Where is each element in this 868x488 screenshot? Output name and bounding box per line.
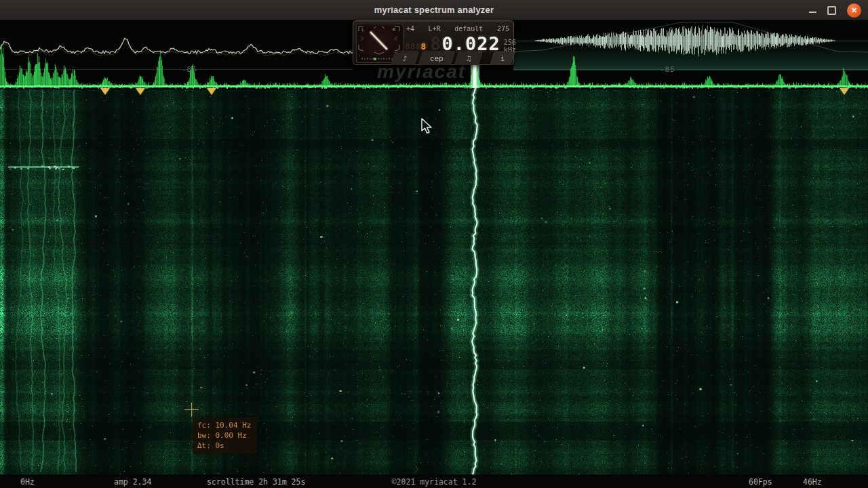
channel-readout[interactable]: L+R xyxy=(429,25,441,33)
music-tab[interactable]: ♫ xyxy=(454,52,483,65)
tooltip-fc: fc: 10.04 Hz xyxy=(197,420,251,430)
status-fps: 60Fps xyxy=(749,477,772,487)
statusbar: 0Hz amp 2.34 scrolltime 2h 31m 25s ©2021… xyxy=(0,474,868,488)
db-gridline-label-right: -85 xyxy=(660,65,675,74)
gonio-left-label: L xyxy=(361,27,364,33)
maximize-icon[interactable] xyxy=(827,6,836,15)
panel-tabs: ♪ cep ♫ i xyxy=(393,52,515,65)
top-value-readout: 275 xyxy=(497,25,509,33)
app-window: myriacat spectrum analyzer ✕ -85 -85 myr… xyxy=(0,0,868,488)
lcd-dim-digits: 888 xyxy=(405,41,420,52)
titlebar: myriacat spectrum analyzer ✕ xyxy=(0,0,868,20)
gain-readout[interactable]: +4 xyxy=(406,25,414,33)
waterfall-display[interactable] xyxy=(0,20,868,474)
gonio-scale-ticks xyxy=(362,58,395,60)
tooltip-bw: bw: 0.00 Hz xyxy=(197,430,251,441)
fft-size-value: 256 xyxy=(504,39,516,46)
preset-readout[interactable]: default xyxy=(454,25,483,33)
frequency-marker[interactable] xyxy=(840,88,849,95)
status-scrolltime: scrolltime 2h 31m 25s xyxy=(207,477,305,487)
measurement-tooltip: fc: 10.04 Hz bw: 0.00 Hz Δt: 0s xyxy=(193,418,257,454)
frequency-marker[interactable] xyxy=(207,88,216,95)
lcd-lit-digit: 8 xyxy=(420,41,426,52)
info-tab[interactable]: i xyxy=(490,52,515,65)
status-copyright: ©2021 myriacat 1.2 xyxy=(392,477,477,487)
window-title: myriacat spectrum analyzer xyxy=(0,5,868,15)
balance-indicator-dot xyxy=(374,58,376,60)
gonio-right-label: R xyxy=(393,27,396,33)
cepstrum-tab[interactable]: cep xyxy=(418,52,455,65)
control-panel: L R - + +4 L+R default 275 888 8 8 0.022… xyxy=(353,20,514,65)
status-samplerate: 46Hz xyxy=(803,477,822,487)
frequency-marker[interactable] xyxy=(100,88,110,95)
status-amplitude: amp 2.34 xyxy=(114,477,151,487)
frequency-marker[interactable] xyxy=(136,88,145,95)
scale-minus: - xyxy=(358,53,361,58)
gonio-trace xyxy=(371,33,387,49)
mouse-cursor-icon xyxy=(420,118,434,138)
tooltip-dt: Δt: 0s xyxy=(197,441,251,451)
close-icon[interactable]: ✕ xyxy=(847,3,861,18)
readout-row: +4 L+R default 275 xyxy=(406,25,509,33)
note-tab[interactable]: ♪ xyxy=(391,52,419,65)
minimize-icon[interactable] xyxy=(809,12,816,13)
db-gridline-label-left: -85 xyxy=(182,65,197,74)
status-frequency: 0Hz xyxy=(20,477,35,487)
measurement-crosshair xyxy=(184,403,199,417)
